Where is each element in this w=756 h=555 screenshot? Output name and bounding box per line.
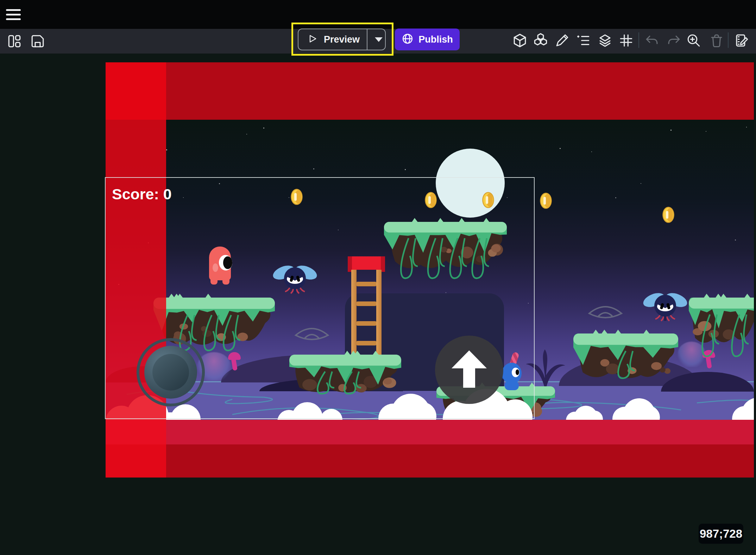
layers-icon[interactable] [598, 33, 612, 48]
red-wall[interactable] [106, 62, 754, 120]
preview-button[interactable]: Preview [298, 29, 386, 50]
star [641, 183, 641, 184]
red-wall[interactable] [166, 420, 754, 444]
platform[interactable] [689, 293, 754, 387]
star [313, 168, 314, 169]
star [591, 151, 592, 152]
globe-icon [402, 33, 414, 46]
grid-icon[interactable] [619, 33, 634, 48]
star [263, 127, 264, 129]
star [560, 148, 561, 149]
red-wall[interactable] [106, 444, 166, 478]
level-canvas[interactable]: Score: 0 [0, 54, 754, 555]
save-icon[interactable] [30, 34, 45, 49]
hamburger-menu-icon[interactable] [6, 9, 21, 20]
toolbar-divider [638, 32, 639, 48]
zoom-in-icon[interactable] [686, 33, 701, 48]
star [166, 149, 167, 150]
star [746, 127, 747, 127]
cursor-coordinates-value: 987;728 [700, 527, 742, 541]
edit-events-icon[interactable] [734, 33, 749, 48]
red-wall[interactable] [106, 62, 166, 120]
star [735, 239, 736, 241]
star [706, 131, 706, 132]
coin[interactable] [662, 207, 674, 223]
red-wall[interactable] [106, 420, 166, 444]
instances-list-icon[interactable] [576, 33, 591, 48]
object-groups-icon[interactable] [533, 33, 548, 48]
objects-cube-icon[interactable] [512, 33, 527, 48]
cursor-coordinates-badge: 987;728 [699, 524, 743, 544]
cloud [612, 401, 660, 422]
platform[interactable] [573, 329, 678, 407]
red-wall[interactable] [166, 444, 754, 478]
flying-enemy[interactable] [641, 288, 690, 322]
layout-panels-icon[interactable] [7, 34, 22, 49]
star [405, 169, 406, 170]
game-editor-window: Home Level ✕ Level (Events) ✕ Preview Pu… [0, 0, 756, 555]
chevron-down-icon[interactable] [371, 29, 386, 50]
play-icon [308, 34, 317, 45]
trash-icon[interactable] [709, 33, 724, 48]
toolbar-divider [728, 32, 729, 48]
publish-button[interactable]: Publish [395, 29, 460, 50]
star [246, 134, 247, 135]
preview-button-label: Preview [324, 34, 360, 45]
publish-button-label: Publish [418, 34, 453, 45]
star [615, 197, 616, 198]
coin[interactable] [540, 193, 552, 209]
closed-eye-decoration[interactable] [587, 302, 624, 323]
undo-icon[interactable] [645, 33, 660, 48]
redo-icon[interactable] [666, 33, 681, 48]
pencil-edit-icon[interactable] [555, 33, 569, 48]
camera-frame [105, 177, 535, 419]
cloud [732, 401, 754, 422]
star [670, 130, 672, 131]
